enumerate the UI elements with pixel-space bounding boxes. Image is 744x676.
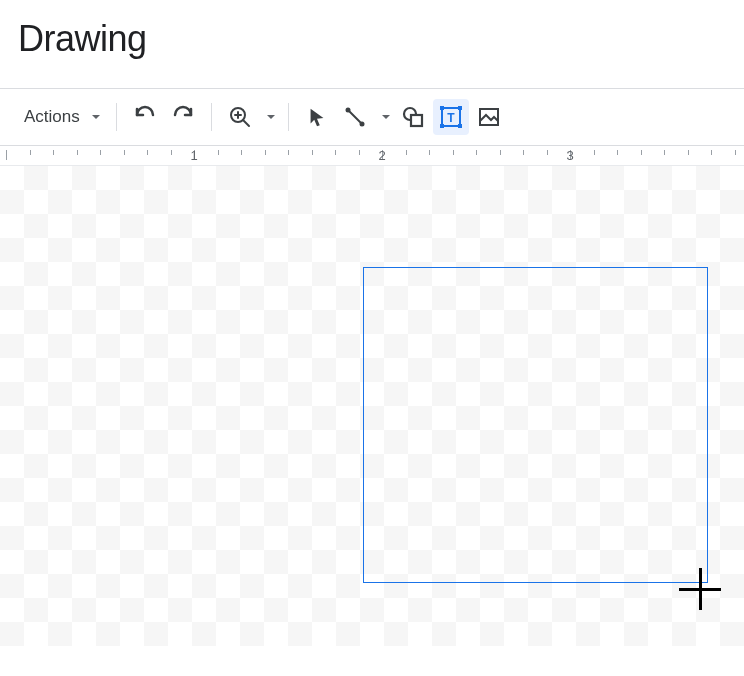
redo-icon <box>171 105 195 129</box>
redo-button[interactable] <box>165 99 201 135</box>
image-tool-button[interactable] <box>471 99 507 135</box>
dialog-header: Drawing <box>0 0 744 88</box>
line-tool-dropdown-button[interactable] <box>375 99 393 135</box>
undo-icon <box>133 105 157 129</box>
drawing-canvas[interactable] <box>0 166 744 646</box>
line-icon <box>343 105 367 129</box>
toolbar: Actions T <box>0 88 744 146</box>
ruler-label: 1 <box>190 148 197 163</box>
actions-menu-button[interactable]: Actions <box>14 99 106 135</box>
svg-rect-10 <box>440 106 444 110</box>
dialog-title: Drawing <box>18 18 726 60</box>
textbox-icon: T <box>439 105 463 129</box>
svg-rect-11 <box>458 106 462 110</box>
toolbar-separator <box>116 103 117 131</box>
actions-menu-label: Actions <box>20 107 88 127</box>
textbox-drag-rect[interactable] <box>363 267 708 583</box>
select-tool-button[interactable] <box>299 99 335 135</box>
svg-line-1 <box>243 120 249 126</box>
toolbar-separator <box>288 103 289 131</box>
toolbar-separator <box>211 103 212 131</box>
undo-button[interactable] <box>127 99 163 135</box>
zoom-in-icon <box>228 105 252 129</box>
svg-text:T: T <box>447 111 455 125</box>
svg-rect-13 <box>458 124 462 128</box>
dropdown-caret-icon <box>267 115 275 119</box>
ruler-label: 3 <box>566 148 573 163</box>
shapes-icon <box>401 105 425 129</box>
svg-line-6 <box>349 111 361 123</box>
svg-rect-12 <box>440 124 444 128</box>
image-icon <box>477 105 501 129</box>
zoom-dropdown-button[interactable] <box>260 99 278 135</box>
dropdown-caret-icon <box>92 115 100 119</box>
textbox-tool-button[interactable]: T <box>433 99 469 135</box>
cursor-arrow-icon <box>306 106 328 128</box>
zoom-button[interactable] <box>222 99 258 135</box>
line-tool-button[interactable] <box>337 99 373 135</box>
horizontal-ruler: 123 <box>0 146 744 166</box>
svg-rect-8 <box>411 115 422 126</box>
ruler-label: 2 <box>378 148 385 163</box>
dropdown-caret-icon <box>382 115 390 119</box>
shape-tool-button[interactable] <box>395 99 431 135</box>
